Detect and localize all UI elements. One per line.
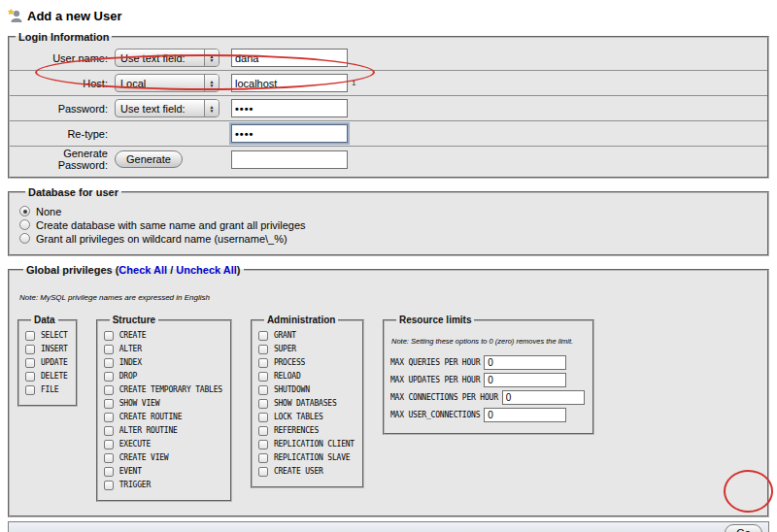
host-label: Host: bbox=[16, 78, 115, 89]
privilege-label: GRANT bbox=[274, 331, 296, 340]
privilege-checkbox-row[interactable]: CREATE ROUTINE bbox=[104, 411, 222, 423]
checkbox-icon[interactable] bbox=[25, 331, 35, 341]
checkbox-icon[interactable] bbox=[258, 331, 268, 341]
privilege-checkbox-row[interactable]: FILE bbox=[25, 383, 68, 396]
checkbox-icon[interactable] bbox=[104, 440, 114, 449]
checkbox-icon[interactable] bbox=[104, 481, 114, 490]
check-all-link[interactable]: Check All bbox=[118, 264, 167, 276]
privilege-checkbox-row[interactable]: REPLICATION CLIENT bbox=[258, 438, 355, 450]
checkbox-icon[interactable] bbox=[104, 426, 114, 436]
privilege-checkbox-row[interactable]: SUPER bbox=[258, 343, 355, 355]
global-privileges-fieldset: Global privileges (Check All / Uncheck A… bbox=[8, 264, 769, 517]
host-row: Host: Local ▲▼ 1 bbox=[10, 71, 767, 96]
checkbox-icon[interactable] bbox=[104, 413, 114, 422]
checkbox-icon[interactable] bbox=[104, 358, 114, 368]
generate-password-label: Generate Password: bbox=[16, 148, 115, 171]
privilege-checkbox-row[interactable]: UPDATE bbox=[25, 356, 68, 369]
privilege-checkbox-row[interactable]: CREATE TEMPORARY TABLES bbox=[104, 383, 222, 396]
host-footnote-marker: 1 bbox=[352, 79, 355, 87]
privilege-label: ALTER bbox=[119, 345, 142, 353]
privilege-checkbox-row[interactable]: TRIGGER bbox=[104, 479, 222, 491]
checkbox-icon[interactable] bbox=[25, 345, 35, 354]
resource-limit-input[interactable] bbox=[502, 390, 585, 405]
privilege-checkbox-row[interactable]: SHUTDOWN bbox=[258, 383, 355, 396]
checkbox-icon[interactable] bbox=[258, 453, 268, 463]
privilege-checkbox-row[interactable]: CREATE VIEW bbox=[104, 451, 222, 464]
privilege-checkbox-row[interactable]: INSERT bbox=[25, 343, 68, 355]
privilege-label: SHUTDOWN bbox=[274, 385, 310, 394]
privilege-checkbox-row[interactable]: EXECUTE bbox=[104, 438, 222, 450]
privilege-label: RELOAD bbox=[274, 372, 301, 381]
retype-label: Re-type: bbox=[16, 128, 115, 140]
privileges-note: Note: MySQL privilege names are expresse… bbox=[19, 293, 760, 302]
privilege-checkbox-row[interactable]: CREATE USER bbox=[258, 465, 355, 478]
privilege-checkbox-row[interactable]: REFERENCES bbox=[258, 424, 355, 437]
host-input[interactable] bbox=[231, 74, 348, 92]
checkbox-icon[interactable] bbox=[104, 399, 114, 409]
generate-button[interactable]: Generate bbox=[115, 150, 183, 168]
uncheck-all-link[interactable]: Uncheck All bbox=[176, 264, 237, 276]
checkbox-icon[interactable] bbox=[25, 372, 35, 382]
db-option-grant-wildcard[interactable]: Grant all privileges on wildcard name (u… bbox=[19, 232, 758, 245]
data-privileges-fieldset: Data SELECT INSERT UPDATE DELETE FILE bbox=[17, 315, 78, 407]
checkbox-icon[interactable] bbox=[104, 453, 114, 463]
privilege-checkbox-row[interactable]: REPLICATION SLAVE bbox=[258, 451, 355, 464]
select-arrows-icon: ▲▼ bbox=[204, 75, 219, 91]
privilege-checkbox-row[interactable]: DROP bbox=[104, 370, 222, 382]
checkbox-icon[interactable] bbox=[258, 426, 268, 436]
checkbox-icon[interactable] bbox=[258, 372, 268, 382]
privilege-checkbox-row[interactable]: RELOAD bbox=[258, 370, 355, 382]
radio-icon[interactable] bbox=[19, 219, 30, 230]
privilege-checkbox-row[interactable]: LOCK TABLES bbox=[258, 411, 355, 423]
checkbox-icon[interactable] bbox=[258, 467, 268, 477]
password-row: Password: Use text field: ▲▼ bbox=[10, 96, 767, 121]
db-option-create-same-name[interactable]: Create database with same name and grant… bbox=[19, 218, 758, 231]
checkbox-icon[interactable] bbox=[104, 345, 114, 354]
privilege-checkbox-row[interactable]: EVENT bbox=[104, 465, 222, 478]
privilege-checkbox-row[interactable]: GRANT bbox=[258, 329, 355, 342]
resource-limit-row: MAX CONNECTIONS PER HOUR bbox=[390, 390, 585, 404]
privilege-checkbox-row[interactable]: INDEX bbox=[104, 356, 222, 369]
privilege-label: INDEX bbox=[119, 358, 142, 367]
privilege-label: UPDATE bbox=[41, 358, 68, 367]
privilege-checkbox-row[interactable]: CREATE bbox=[104, 329, 222, 342]
checkbox-icon[interactable] bbox=[258, 399, 268, 409]
checkbox-icon[interactable] bbox=[25, 358, 35, 368]
username-type-select[interactable]: Use text field: ▲▼ bbox=[115, 49, 220, 67]
resource-limit-input[interactable] bbox=[484, 355, 566, 370]
checkbox-icon[interactable] bbox=[258, 358, 268, 368]
login-information-legend: Login Information bbox=[16, 31, 112, 43]
resource-limit-input[interactable] bbox=[484, 408, 566, 422]
checkbox-icon[interactable] bbox=[104, 385, 114, 395]
generated-password-input[interactable] bbox=[231, 150, 348, 169]
checkbox-icon[interactable] bbox=[104, 331, 114, 341]
privilege-checkbox-row[interactable]: SHOW DATABASES bbox=[258, 397, 355, 410]
host-type-select[interactable]: Local ▲▼ bbox=[115, 74, 220, 92]
privilege-label: CREATE TEMPORARY TABLES bbox=[119, 385, 222, 394]
checkbox-icon[interactable] bbox=[258, 413, 268, 422]
privilege-checkbox-row[interactable]: SELECT bbox=[25, 329, 68, 342]
select-arrows-icon: ▲▼ bbox=[204, 50, 219, 66]
radio-icon[interactable] bbox=[19, 206, 30, 216]
resource-limit-row: MAX USER_CONNECTIONS bbox=[390, 408, 585, 421]
privilege-checkbox-row[interactable]: ALTER bbox=[104, 343, 222, 355]
checkbox-icon[interactable] bbox=[258, 345, 268, 354]
checkbox-icon[interactable] bbox=[25, 385, 35, 395]
checkbox-icon[interactable] bbox=[104, 372, 114, 382]
privilege-checkbox-row[interactable]: ALTER ROUTINE bbox=[104, 424, 222, 437]
retype-password-input[interactable] bbox=[231, 124, 348, 143]
password-input[interactable] bbox=[231, 99, 348, 117]
checkbox-icon[interactable] bbox=[258, 440, 268, 449]
db-option-none[interactable]: None bbox=[19, 205, 758, 217]
privilege-checkbox-row[interactable]: PROCESS bbox=[258, 356, 355, 369]
radio-icon[interactable] bbox=[19, 233, 30, 244]
checkbox-icon[interactable] bbox=[104, 467, 114, 477]
password-type-select[interactable]: Use text field: ▲▼ bbox=[115, 99, 220, 117]
login-information-fieldset: Login Information User name: Use text fi… bbox=[8, 31, 769, 179]
privilege-checkbox-row[interactable]: SHOW VIEW bbox=[104, 397, 222, 410]
go-button[interactable]: Go bbox=[725, 524, 762, 532]
privilege-checkbox-row[interactable]: DELETE bbox=[25, 370, 68, 382]
resource-limit-input[interactable] bbox=[484, 373, 566, 387]
checkbox-icon[interactable] bbox=[258, 385, 268, 395]
username-input[interactable] bbox=[231, 49, 348, 67]
